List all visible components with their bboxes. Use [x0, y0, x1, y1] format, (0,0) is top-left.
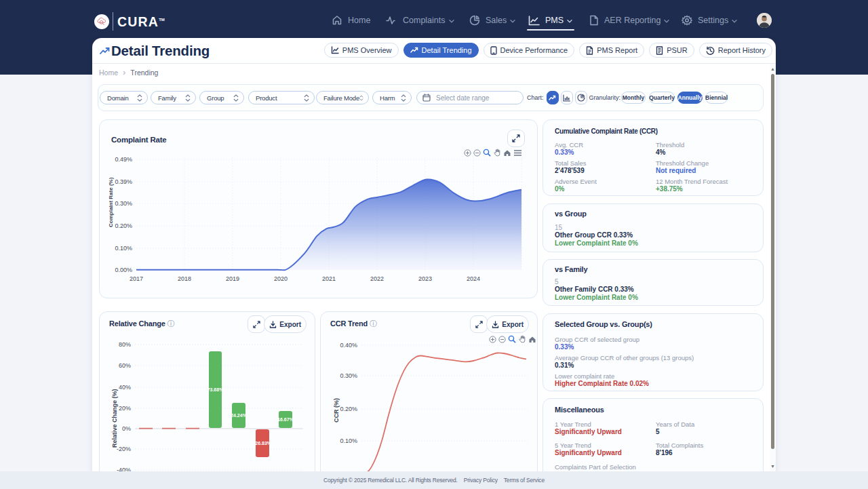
svg-text:0.30%: 0.30%: [115, 200, 132, 207]
svg-text:-20%: -20%: [117, 446, 131, 452]
svg-text:2021: 2021: [322, 275, 336, 282]
svg-text:2019: 2019: [226, 275, 239, 282]
svg-text:73.68%: 73.68%: [208, 387, 224, 392]
svg-text:2017: 2017: [130, 275, 143, 282]
svg-text:0.39%: 0.39%: [115, 178, 132, 185]
svg-text:-26.83%: -26.83%: [254, 441, 272, 446]
svg-text:2022: 2022: [370, 275, 384, 282]
svg-text:24.24%: 24.24%: [231, 413, 248, 418]
svg-text:-40%: -40%: [117, 467, 131, 471]
svg-text:60%: 60%: [119, 362, 131, 369]
svg-text:0.30%: 0.30%: [340, 372, 357, 379]
svg-text:20%: 20%: [119, 405, 131, 412]
svg-text:2024: 2024: [467, 275, 480, 282]
svg-text:80%: 80%: [119, 341, 131, 348]
svg-text:16.67%: 16.67%: [277, 417, 294, 422]
svg-text:0%: 0%: [122, 425, 131, 432]
svg-text:0.00%: 0.00%: [115, 267, 132, 273]
svg-text:2020: 2020: [274, 275, 288, 282]
svg-text:2023: 2023: [418, 275, 432, 282]
svg-text:0.40%: 0.40%: [340, 342, 357, 349]
svg-text:0.20%: 0.20%: [340, 406, 357, 412]
svg-text:0.49%: 0.49%: [115, 156, 132, 163]
svg-text:2018: 2018: [178, 275, 191, 282]
svg-text:40%: 40%: [119, 384, 131, 391]
svg-text:0.10%: 0.10%: [340, 437, 357, 444]
svg-text:0.20%: 0.20%: [115, 222, 132, 229]
svg-text:0.10%: 0.10%: [115, 245, 132, 252]
